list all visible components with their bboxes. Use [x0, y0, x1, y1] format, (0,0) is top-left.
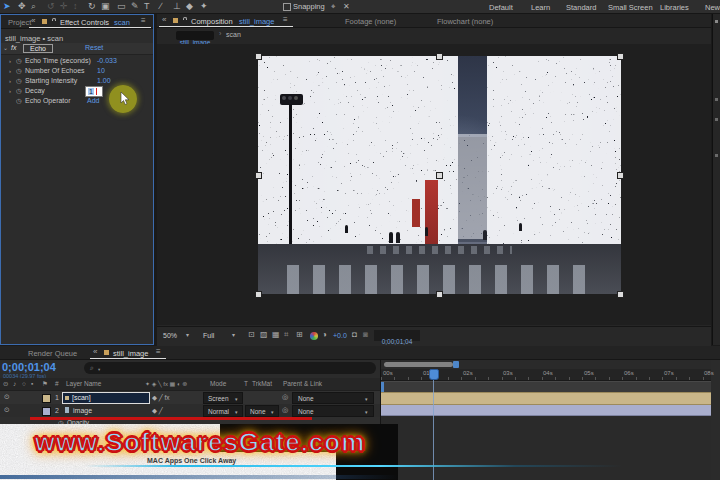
twirl-down-icon[interactable]: ⌄	[3, 44, 8, 52]
zoom-tool-icon[interactable]: ⌕	[31, 0, 36, 13]
snap-option-b-icon[interactable]: ✕	[343, 0, 350, 13]
stopwatch-icon[interactable]: ◷	[16, 97, 22, 105]
blend-mode-select[interactable]: Screen ▾	[203, 392, 243, 404]
snapshot-camera-icon[interactable]: ◘	[352, 331, 357, 339]
selection-tool-icon[interactable]: ➤	[3, 0, 11, 13]
layer-name-text[interactable]: image	[73, 407, 92, 414]
work-area-start-handle[interactable]	[381, 382, 384, 392]
effect-row-echo[interactable]: ⌄ fx Echo Reset	[1, 43, 153, 55]
selection-handle[interactable]	[617, 172, 624, 179]
workspace-default[interactable]: Default	[489, 3, 513, 12]
layer-switches[interactable]: ◆ ╱	[152, 407, 163, 415]
clone-stamp-tool-icon[interactable]: ⊥	[173, 0, 181, 13]
panel-menu-icon[interactable]: ≡	[156, 348, 161, 356]
rectangle-tool-icon[interactable]: ▭	[117, 0, 126, 13]
grid-guides-icon[interactable]: ⊞	[296, 331, 303, 339]
workspace-new[interactable]: New	[705, 3, 720, 12]
playhead-line[interactable]	[433, 369, 434, 480]
channel-wheel-icon[interactable]	[310, 332, 318, 340]
selection-handle[interactable]	[255, 53, 262, 60]
layer-switches[interactable]: ◆ ╱ fx	[152, 394, 170, 402]
parent-pickwhip-icon[interactable]: ◎	[282, 406, 288, 414]
hand-tool-icon[interactable]: ✥	[18, 0, 26, 13]
viewer-timecode[interactable]: 0;00;01;04	[374, 330, 420, 341]
blend-mode-select[interactable]: Normal ▾	[203, 405, 243, 417]
tab-project[interactable]: Project	[8, 18, 31, 27]
stopwatch-icon[interactable]: ◷	[16, 87, 22, 95]
stopwatch-icon[interactable]: ◷	[16, 77, 22, 85]
collapse-tabs-icon[interactable]: «	[93, 348, 97, 356]
timeline-timecode[interactable]: 0;00;01;04	[2, 361, 56, 373]
layer-label-chip[interactable]	[42, 394, 51, 403]
parent-column-header[interactable]: Parent & Link	[283, 380, 322, 387]
panel-menu-icon[interactable]: ≡	[283, 16, 288, 24]
puppet-pin-tool-icon[interactable]: ✦	[200, 0, 208, 13]
selection-handle[interactable]	[436, 291, 443, 298]
prop-value[interactable]: 10	[97, 67, 105, 74]
timeline-scrollbar[interactable]	[381, 361, 711, 368]
snapping-checkbox[interactable]	[283, 3, 291, 11]
rotate-tool-icon[interactable]: ↻	[88, 0, 96, 13]
expander-icon[interactable]: ›	[9, 87, 11, 95]
prop-value[interactable]: -0.033	[97, 57, 117, 64]
transparency-grid-icon[interactable]: ▨	[260, 331, 268, 339]
type-tool-icon[interactable]: T	[144, 0, 150, 13]
nav-layer-label[interactable]: scan	[226, 31, 241, 38]
chevron-down-icon[interactable]: ▾	[186, 331, 189, 339]
pan-camera-tool-icon[interactable]: ✛	[60, 0, 68, 13]
region-of-interest-icon[interactable]: ⌗	[284, 331, 289, 339]
eraser-tool-icon[interactable]: ◆	[186, 0, 193, 13]
selection-handle[interactable]	[255, 291, 262, 298]
show-snapshot-icon[interactable]: ◙	[363, 331, 368, 339]
magnification-select[interactable]: 50%	[163, 332, 177, 339]
workspace-standard[interactable]: Standard	[566, 3, 596, 12]
snap-option-a-icon[interactable]: ⌖	[331, 0, 336, 13]
camera-tool-icon[interactable]: ▣	[101, 0, 110, 13]
layer-name-edit-box[interactable]: [scan]	[62, 392, 150, 404]
resolution-select[interactable]: Full	[203, 332, 214, 339]
layer-name-column-header[interactable]: Layer Name	[66, 380, 101, 387]
prop-value[interactable]: Add	[87, 97, 99, 104]
stopwatch-icon[interactable]: ◷	[16, 57, 22, 65]
tab-timeline-comp[interactable]: still_image	[113, 349, 148, 358]
collapse-tabs-icon[interactable]: «	[31, 17, 35, 25]
selection-handle[interactable]	[436, 172, 443, 179]
expander-icon[interactable]: ›	[9, 67, 11, 75]
search-options-chevron-icon[interactable]: ▾	[98, 366, 100, 374]
mode-column-header[interactable]: Mode	[210, 380, 226, 387]
collapsed-side-panel[interactable]	[712, 14, 720, 345]
layer-row-1[interactable]: ⊙ 1 [scan] ◆ ╱ fx Screen ▾ ◎ None ▾	[0, 391, 380, 405]
selection-handle[interactable]	[436, 53, 443, 60]
parent-select[interactable]: None ▾	[292, 392, 374, 404]
chevron-down-icon[interactable]: ▾	[232, 331, 235, 339]
orbit-tool-icon[interactable]: ↺	[47, 0, 55, 13]
dolly-tool-icon[interactable]: ↕	[73, 0, 78, 13]
exposure-value[interactable]: +0.0	[333, 332, 347, 339]
nav-comp-chip[interactable]: still_image	[176, 31, 214, 40]
selection-handle[interactable]	[255, 172, 262, 179]
tab-footage[interactable]: Footage (none)	[345, 17, 396, 26]
stopwatch-icon[interactable]: ◷	[16, 67, 22, 75]
scrollbar-zoom-handle[interactable]	[453, 361, 459, 368]
workspace-libraries[interactable]: Libraries	[660, 3, 689, 12]
eye-toggle[interactable]: ⊙	[4, 406, 10, 414]
view-options-icon[interactable]: ⊡	[248, 331, 255, 339]
mask-visibility-icon[interactable]: ▦	[272, 331, 280, 339]
eye-toggle[interactable]: ⊙	[4, 393, 10, 401]
pen-tool-icon[interactable]: ✎	[131, 0, 139, 13]
expander-icon[interactable]: ›	[9, 77, 11, 85]
parent-pickwhip-icon[interactable]: ◎	[282, 393, 288, 401]
selection-handle[interactable]	[617, 53, 624, 60]
tab-effect-controls[interactable]: Effect Controls	[60, 18, 109, 27]
effect-name[interactable]: Echo	[23, 44, 53, 53]
panel-menu-icon[interactable]: ≡	[141, 17, 146, 25]
tab-render-queue[interactable]: Render Queue	[28, 349, 77, 358]
prop-value[interactable]: 1.00	[97, 77, 111, 84]
layer1-duration-bar[interactable]	[381, 392, 711, 405]
playhead-marker[interactable]	[429, 369, 439, 380]
workspace-learn[interactable]: Learn	[531, 3, 550, 12]
brush-tool-icon[interactable]: ∕	[160, 0, 162, 13]
trkmat-column-header[interactable]: TrkMat	[252, 380, 272, 387]
layer-label-chip[interactable]	[42, 407, 51, 416]
workspace-small-screen[interactable]: Small Screen	[608, 3, 653, 12]
